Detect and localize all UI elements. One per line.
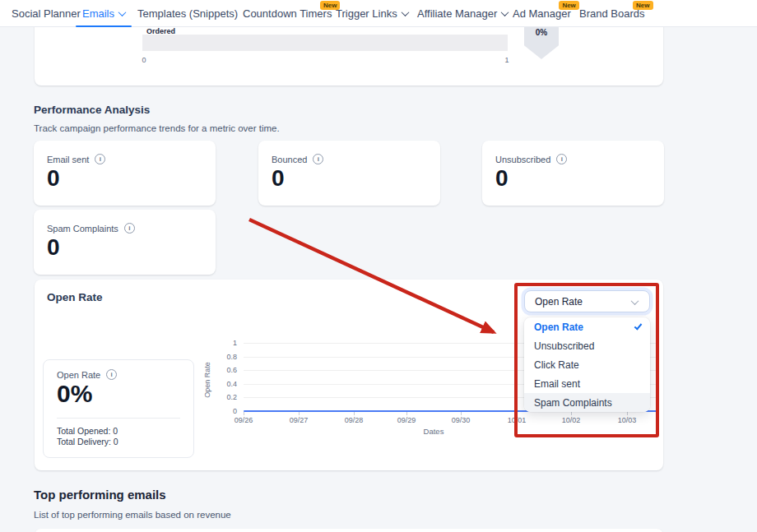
x-tickmark	[517, 412, 518, 415]
menu-item-click-rate[interactable]: Click Rate	[524, 355, 650, 374]
info-icon[interactable]: i	[95, 154, 105, 164]
metric-card-unsubscribed: Unsubscribed i 0	[482, 141, 664, 206]
x-tickmark	[461, 412, 462, 415]
metric-card-email-sent: Email sent i 0	[34, 141, 216, 206]
x-tickmark	[627, 412, 628, 415]
top-navbar: Social Planner Emails Templates (Snippet…	[0, 0, 757, 27]
metric-label: Bounced	[272, 155, 307, 164]
metric-value: 0	[47, 234, 60, 261]
chevron-down-icon	[501, 8, 509, 16]
y-tick: 0.8	[212, 353, 237, 361]
y-tick: 0.6	[212, 366, 237, 374]
y-tick: 1	[212, 339, 237, 347]
chevron-down-icon	[118, 8, 127, 16]
x-tick: 09/30	[452, 416, 471, 424]
metric-label: Spam Complaints	[47, 224, 118, 234]
nav-item-emails[interactable]: Emails	[82, 0, 125, 27]
nav-item-trigger-links[interactable]: Trigger Links	[336, 0, 408, 27]
nav-label: Templates (Snippets)	[137, 7, 238, 20]
x-tickmark	[354, 412, 355, 415]
metric-label: Unsubscribed	[495, 155, 550, 164]
metric-label: Email sent	[47, 155, 89, 164]
nav-item-countdown-timers[interactable]: Countdown Timers New	[243, 0, 332, 27]
nav-item-affiliate-manager[interactable]: Affiliate Manager	[417, 0, 508, 27]
x-tick: 09/27	[290, 416, 309, 424]
menu-item-open-rate[interactable]: Open Rate	[524, 317, 650, 336]
info-icon[interactable]: i	[556, 154, 567, 164]
menu-item-unsubscribed[interactable]: Unsubscribed	[524, 336, 650, 355]
checkmark-icon	[634, 322, 643, 330]
top-emails-subtitle: List of top performing emails based on r…	[34, 510, 231, 520]
info-icon[interactable]: i	[124, 223, 135, 234]
x-tick: 10/02	[562, 416, 581, 424]
menu-item-label: Open Rate	[534, 322, 583, 333]
nav-item-templates[interactable]: Templates (Snippets)	[137, 0, 238, 27]
x-tickmark	[406, 412, 407, 415]
menu-item-label: Spam Complaints	[534, 397, 612, 409]
funnel-bar	[142, 35, 508, 51]
top-emails-title: Top performing emails	[34, 488, 166, 502]
metric-value: 0	[272, 165, 285, 192]
x-tickmark	[571, 412, 572, 415]
metric-dropdown-menu: Open Rate Unsubscribed Click Rate Email …	[524, 317, 650, 412]
x-tick: 09/29	[397, 416, 416, 424]
new-badge: New	[559, 1, 578, 10]
menu-item-label: Click Rate	[534, 359, 579, 371]
y-tick: 0.2	[212, 393, 237, 401]
y-tick: 0.4	[212, 380, 237, 388]
performance-section-title: Performance Analysis	[34, 104, 150, 116]
x-tick: 10/01	[508, 416, 527, 424]
y-tick: 0	[212, 407, 237, 415]
active-tab-underline	[76, 25, 132, 28]
metric-value: 0	[47, 165, 60, 192]
chevron-down-icon	[631, 297, 639, 305]
menu-item-spam-complaints[interactable]: Spam Complaints	[524, 393, 650, 412]
metric-card-bounced: Bounced i 0	[258, 141, 440, 206]
new-badge: New	[633, 1, 653, 10]
menu-item-email-sent[interactable]: Email sent	[524, 374, 650, 393]
nav-item-brand-boards[interactable]: Brand Boards New	[579, 0, 645, 27]
x-tickmark	[299, 412, 300, 415]
nav-item-social-planner[interactable]: Social Planner	[12, 0, 81, 27]
x-tick: 09/28	[345, 416, 364, 424]
x-tick: 10/03	[618, 416, 637, 424]
menu-item-label: Email sent	[534, 378, 580, 390]
info-icon[interactable]: i	[313, 154, 323, 164]
metric-select[interactable]: Open Rate	[524, 290, 650, 312]
funnel-axis-min: 0	[142, 56, 146, 64]
x-tickmark	[244, 412, 244, 415]
chart-y-axis-label: Open Rate	[203, 362, 211, 398]
metric-card-spam-complaints: Spam Complaints i 0	[34, 210, 216, 275]
nav-label: Trigger Links	[336, 7, 397, 20]
chart-x-axis-label: Dates	[424, 427, 444, 436]
nav-item-ad-manager[interactable]: Ad Manager New	[513, 0, 571, 27]
funnel-axis-max: 1	[504, 56, 509, 64]
metric-value: 0	[495, 165, 509, 192]
nav-label: Emails	[82, 7, 114, 20]
nav-label: Affiliate Manager	[417, 7, 497, 20]
nav-label: Social Planner	[12, 7, 81, 20]
performance-section-subtitle: Track campaign performance trends for a …	[34, 123, 280, 133]
nav-label: Countdown Timers	[243, 7, 332, 20]
chevron-down-icon	[401, 8, 409, 16]
menu-item-label: Unsubscribed	[534, 340, 594, 352]
funnel-stage-pct: 0%	[536, 28, 547, 37]
metric-select-value: Open Rate	[535, 296, 583, 308]
top-emails-card	[35, 529, 663, 532]
x-tick: 09/26	[235, 416, 253, 424]
